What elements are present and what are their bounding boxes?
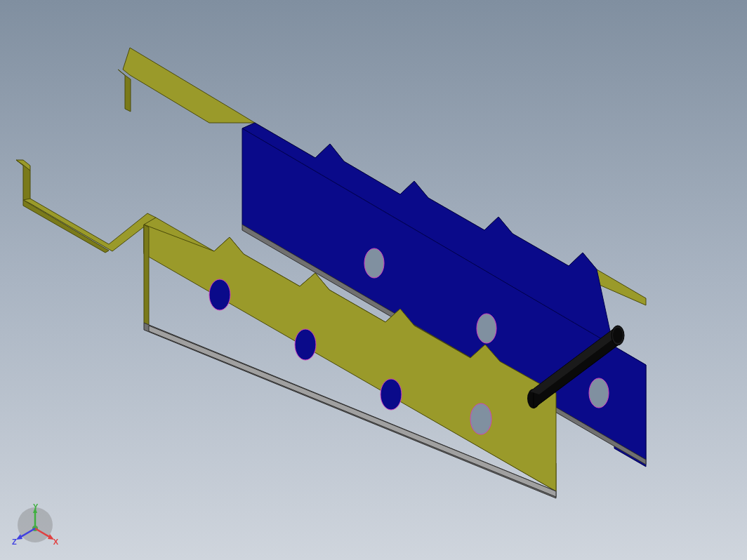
cad-3d-model[interactable]: [0, 0, 747, 560]
svg-marker-0: [123, 48, 255, 123]
svg-line-33: [20, 528, 35, 538]
svg-marker-16: [144, 225, 149, 326]
svg-point-19: [381, 379, 402, 410]
svg-point-18: [295, 329, 316, 360]
svg-point-17: [209, 279, 230, 310]
svg-marker-1: [118, 69, 131, 112]
svg-point-7: [589, 378, 609, 408]
axis-y-label: Y: [33, 502, 38, 511]
svg-point-5: [364, 248, 384, 278]
axis-x-label: X: [53, 538, 58, 546]
svg-point-20: [470, 404, 491, 434]
svg-marker-34: [16, 534, 22, 540]
svg-line-31: [35, 528, 51, 538]
coordinate-axes-widget[interactable]: Y X Z: [14, 504, 56, 546]
axis-z-label: Z: [12, 538, 17, 546]
svg-point-27: [613, 328, 623, 343]
svg-marker-12: [23, 200, 109, 253]
cad-viewport[interactable]: Y X Z: [0, 0, 747, 560]
svg-point-6: [477, 314, 496, 343]
